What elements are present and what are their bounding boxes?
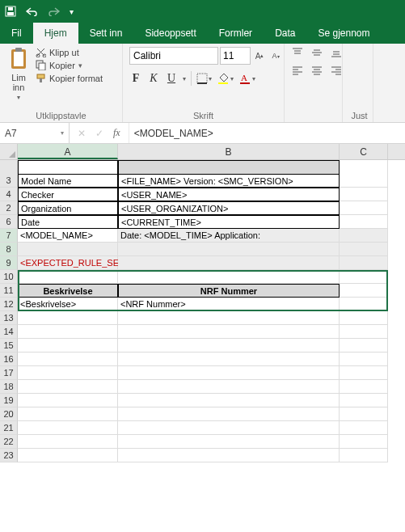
fill-color-button[interactable]: ▾ bbox=[217, 73, 234, 84]
align-middle-icon[interactable] bbox=[310, 47, 325, 61]
spreadsheet-grid[interactable]: A B C 1 ◇ <PNG_IMAGE> ◇ SOLIBRI <REPORT_… bbox=[0, 144, 405, 462]
cell[interactable]: <CURRENT_TIME> bbox=[118, 215, 340, 229]
select-all-corner[interactable] bbox=[0, 144, 18, 159]
row-header[interactable]: 8 bbox=[0, 243, 18, 256]
row-header[interactable]: 15 bbox=[0, 339, 18, 353]
row-header[interactable]: 23 bbox=[0, 449, 18, 462]
cell[interactable]: <EXPECTED_RULE_SETS> bbox=[18, 256, 118, 270]
undo-icon[interactable] bbox=[24, 6, 39, 16]
cell[interactable]: <Beskrivelse> bbox=[18, 298, 118, 311]
svg-rect-4 bbox=[14, 52, 23, 66]
svg-rect-5 bbox=[15, 48, 22, 52]
tab-pagelayout[interactable]: Sideoppsett bbox=[133, 23, 207, 44]
row-header[interactable]: 18 bbox=[0, 380, 18, 394]
cell[interactable]: Checker bbox=[18, 188, 118, 201]
tab-data[interactable]: Data bbox=[264, 23, 306, 44]
cell[interactable] bbox=[118, 270, 340, 284]
row-header[interactable]: 6 bbox=[0, 215, 18, 229]
save-icon[interactable] bbox=[5, 6, 16, 17]
cell[interactable] bbox=[340, 298, 388, 311]
cell[interactable] bbox=[118, 256, 340, 270]
tab-insert[interactable]: Sett inn bbox=[78, 23, 134, 44]
cell[interactable] bbox=[18, 270, 118, 284]
formula-input[interactable]: <MODEL_NAME> bbox=[129, 128, 405, 139]
align-top-icon[interactable] bbox=[291, 47, 306, 61]
row-header[interactable]: 3 bbox=[0, 174, 18, 188]
tab-review[interactable]: Se gjennom bbox=[306, 23, 381, 44]
borders-button[interactable]: ▾ bbox=[196, 73, 212, 84]
cell[interactable] bbox=[340, 284, 388, 298]
align-center-icon[interactable] bbox=[310, 65, 325, 79]
cell[interactable] bbox=[340, 215, 388, 229]
cell[interactable]: <USER_NAME> bbox=[118, 188, 340, 201]
active-cell[interactable]: <MODEL_NAME> bbox=[18, 229, 118, 243]
row-header[interactable]: 22 bbox=[0, 435, 18, 449]
scissors-icon bbox=[36, 47, 46, 57]
paste-button[interactable]: Lim inn ▾ bbox=[6, 47, 31, 101]
format-painter-button[interactable]: Kopier format bbox=[36, 73, 103, 83]
cell[interactable]: <USER_ORGANIZATION> bbox=[118, 201, 340, 215]
col-header-B[interactable]: B bbox=[118, 144, 340, 159]
increase-font-icon[interactable]: A▴ bbox=[252, 48, 267, 64]
row-header[interactable]: 17 bbox=[0, 366, 18, 380]
row-header[interactable]: 12 bbox=[0, 298, 18, 311]
namebox-dropdown-icon[interactable]: ▾ bbox=[61, 129, 64, 137]
cell[interactable] bbox=[340, 174, 388, 188]
cell[interactable] bbox=[340, 201, 388, 215]
cancel-formula-icon[interactable]: ✕ bbox=[78, 128, 86, 139]
cell[interactable] bbox=[340, 256, 388, 270]
cell[interactable] bbox=[340, 188, 388, 201]
table-header[interactable]: Beskrivelse bbox=[18, 284, 118, 298]
cell[interactable]: Date bbox=[18, 215, 118, 229]
font-name-input[interactable] bbox=[129, 47, 218, 65]
tab-formulas[interactable]: Formler bbox=[208, 23, 264, 44]
font-color-button[interactable]: A ▾ bbox=[238, 73, 255, 84]
ribbon-tabs: Fil Hjem Sett inn Sideoppsett Formler Da… bbox=[0, 23, 405, 44]
bold-button[interactable]: F bbox=[129, 72, 142, 85]
col-header-C[interactable]: C bbox=[340, 144, 388, 159]
row-header[interactable]: 13 bbox=[0, 311, 18, 325]
align-left-icon[interactable] bbox=[291, 65, 306, 79]
row-header[interactable]: 19 bbox=[0, 394, 18, 407]
svg-rect-14 bbox=[218, 82, 228, 84]
row-header[interactable]: 16 bbox=[0, 353, 18, 366]
svg-rect-10 bbox=[37, 74, 44, 78]
row-header[interactable]: 14 bbox=[0, 325, 18, 339]
cell[interactable] bbox=[340, 229, 388, 243]
underline-button[interactable]: U bbox=[165, 72, 178, 85]
paste-dropdown-icon[interactable]: ▾ bbox=[17, 94, 20, 101]
row-header[interactable]: 20 bbox=[0, 407, 18, 421]
cell[interactable]: <NRF Nummer> bbox=[118, 298, 340, 311]
row-header[interactable]: 4 bbox=[0, 188, 18, 201]
clipboard-icon bbox=[8, 47, 29, 71]
cell[interactable] bbox=[18, 243, 118, 256]
row-header[interactable]: 11 bbox=[0, 284, 18, 298]
fx-icon[interactable]: fx bbox=[113, 127, 120, 139]
cell[interactable] bbox=[118, 243, 340, 256]
cell[interactable]: Organization bbox=[18, 201, 118, 215]
italic-button[interactable]: K bbox=[147, 72, 160, 85]
cell[interactable] bbox=[340, 270, 388, 284]
row-header[interactable]: 2 bbox=[0, 201, 18, 215]
redo-icon[interactable] bbox=[47, 6, 61, 16]
tab-file[interactable]: Fil bbox=[0, 23, 33, 44]
qat-customize-icon[interactable]: ▾ bbox=[70, 7, 74, 16]
table-header[interactable]: NRF Nummer bbox=[118, 284, 340, 298]
row-header[interactable]: 7 bbox=[0, 229, 18, 243]
tab-home[interactable]: Hjem bbox=[33, 23, 78, 44]
row-header[interactable]: 9 bbox=[0, 256, 18, 270]
cell[interactable]: Date: <MODEL_TIME> Application: bbox=[118, 229, 340, 243]
enter-formula-icon[interactable]: ✓ bbox=[95, 128, 103, 139]
row-header[interactable]: 21 bbox=[0, 421, 18, 435]
name-box[interactable]: A7 ▾ bbox=[0, 123, 70, 143]
row-header[interactable]: 10 bbox=[0, 270, 18, 284]
copy-icon bbox=[36, 60, 46, 70]
cell[interactable] bbox=[340, 243, 388, 256]
cut-button[interactable]: Klipp ut bbox=[36, 47, 103, 57]
col-header-A[interactable]: A bbox=[18, 144, 118, 159]
decrease-font-icon[interactable]: A▾ bbox=[268, 48, 283, 64]
font-size-input[interactable] bbox=[220, 47, 251, 65]
cell[interactable]: <FILE_NAME> Version: <SMC_VERSION> bbox=[118, 174, 340, 188]
copy-button[interactable]: Kopier ▾ bbox=[36, 60, 103, 70]
cell[interactable]: Model Name bbox=[18, 174, 118, 188]
